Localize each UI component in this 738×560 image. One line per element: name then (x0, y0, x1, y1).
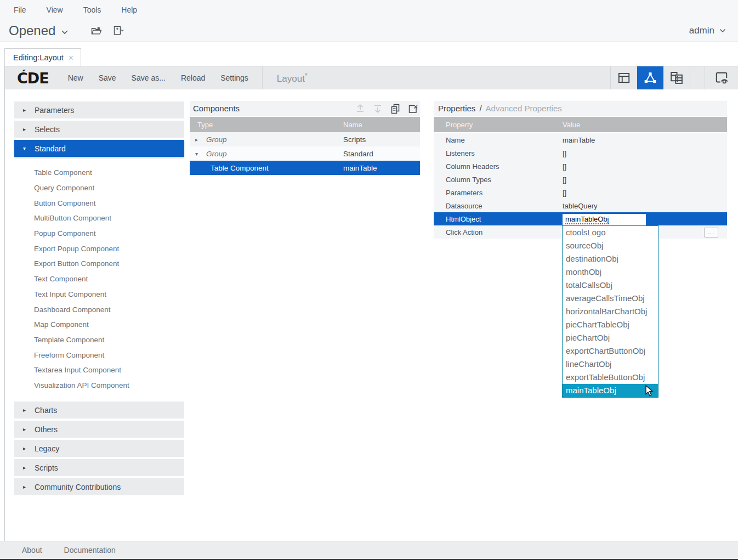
click-action-edit-button[interactable]: ... (704, 228, 718, 237)
sidebar-group-parameters[interactable]: ▸ Parameters (14, 101, 184, 118)
htmlobject-dropdown: ctoolsLogo sourceObj destinationObj mont… (562, 225, 658, 398)
menu-view[interactable]: View (40, 5, 70, 14)
property-row-parameters[interactable]: Parameters [] (434, 186, 727, 199)
palette-item-multibutton-component[interactable]: MultiButton Component (14, 211, 184, 226)
menu-tools[interactable]: Tools (77, 5, 108, 14)
sidebar-group-charts[interactable]: ▸ Charts (14, 401, 184, 418)
sidebar-group-community-contributions[interactable]: ▸ Community Contributions (14, 478, 184, 495)
property-row-column-headers[interactable]: Column Headers [] (434, 160, 727, 173)
settings-button[interactable]: Settings (214, 73, 254, 82)
dropdown-option[interactable]: destinationObj (563, 252, 658, 265)
htmlobject-value-input[interactable]: mainTableObj (563, 214, 646, 225)
expand-icon: ▸ (23, 407, 31, 413)
palette-item-visualization-api-component[interactable]: Visualization API Component (14, 378, 184, 393)
footer: About Documentation (0, 541, 738, 559)
palette-item-freeform-component[interactable]: Freeform Component (14, 347, 184, 363)
documentation-link[interactable]: Documentation (64, 546, 116, 555)
opened-dropdown[interactable]: Opened (9, 23, 69, 38)
delete-button[interactable] (407, 103, 419, 115)
dropdown-option[interactable]: totalCallsObj (563, 279, 658, 292)
properties-panel: Properties / Advanced Properties Propert… (434, 101, 727, 408)
save-button[interactable]: Save (93, 73, 122, 82)
preview-icon (713, 70, 730, 86)
advanced-properties-tab[interactable]: Advanced Properties (486, 104, 562, 113)
sidebar-group-others[interactable]: ▸ Others (14, 421, 184, 438)
expand-icon: ▸ (23, 107, 31, 113)
component-row-maintable-selected[interactable]: Table Component mainTable (190, 161, 420, 175)
palette-item-template-component[interactable]: Template Component (14, 332, 184, 348)
collapse-icon: ▾ (23, 145, 31, 151)
dropdown-option[interactable]: ctoolsLogo (563, 226, 658, 239)
menu-help[interactable]: Help (115, 5, 144, 14)
sidebar-group-scripts[interactable]: ▸ Scripts (14, 459, 184, 476)
datasources-view-button[interactable] (663, 66, 690, 89)
reload-button[interactable]: Reload (175, 73, 211, 82)
new-file-icon (112, 24, 124, 37)
folder-open-icon (90, 25, 103, 37)
expand-icon[interactable]: ▸ (195, 137, 202, 143)
properties-tab[interactable]: Properties (438, 104, 475, 113)
dropdown-option[interactable]: pieChartObj (563, 331, 658, 344)
collapse-icon[interactable]: ▾ (195, 151, 202, 157)
new-file-button[interactable] (112, 25, 124, 37)
palette-item-table-component[interactable]: Table Component (14, 165, 184, 180)
palette-item-button-component[interactable]: Button Component (14, 195, 184, 211)
tab-close-icon[interactable]: ✕ (68, 54, 74, 62)
duplicate-button[interactable] (389, 103, 401, 115)
properties-col-property: Property (446, 121, 473, 129)
tab-editing-layout[interactable]: Editing:Layout ✕ (4, 48, 81, 66)
menubar: File View Tools Help (0, 0, 144, 20)
user-menu[interactable]: admin (689, 20, 726, 42)
move-down-icon (372, 103, 383, 114)
sidebar-group-selects[interactable]: ▸ Selects (14, 121, 184, 138)
dropdown-option[interactable]: pieChartTableObj (563, 318, 658, 331)
cde-toolbar: ĆDE New Save Save as... Reload Settings … (5, 66, 738, 89)
components-view-icon (643, 70, 658, 86)
property-row-listeners[interactable]: Listeners [] (434, 146, 727, 160)
username: admin (689, 25, 714, 36)
layout-view-icon (617, 71, 631, 85)
palette-item-dashboard-component[interactable]: Dashboard Component (14, 302, 184, 317)
palette-item-map-component[interactable]: Map Component (14, 317, 184, 332)
palette-item-text-component[interactable]: Text Component (14, 271, 184, 287)
preview-button[interactable] (705, 66, 738, 89)
move-up-button[interactable] (354, 103, 366, 115)
palette-item-text-input-component[interactable]: Text Input Component (14, 287, 184, 302)
palette-item-query-component[interactable]: Query Component (14, 180, 184, 196)
dropdown-option[interactable]: lineChartObj (563, 358, 658, 371)
property-row-column-types[interactable]: Column Types [] (434, 173, 727, 186)
component-row-group-scripts[interactable]: ▸ Group Scripts (190, 132, 420, 146)
chevron-down-icon (719, 29, 726, 33)
component-row-group-standard[interactable]: ▾ Group Standard (190, 146, 420, 161)
property-row-datasource[interactable]: Datasource tableQuery (434, 199, 727, 212)
components-panel: Components (190, 101, 420, 178)
expand-icon: ▸ (23, 445, 31, 451)
layout-view-button[interactable] (611, 66, 637, 89)
property-row-name[interactable]: Name mainTable (434, 133, 727, 146)
palette-item-textarea-input-component[interactable]: Textarea Input Component (14, 363, 184, 378)
dropdown-option[interactable]: monthObj (563, 265, 658, 279)
dropdown-option[interactable]: sourceObj (563, 239, 658, 252)
palette-item-popup-component[interactable]: Popup Component (14, 226, 184, 241)
components-view-button[interactable] (637, 66, 663, 89)
components-panel-title: Components (193, 104, 240, 113)
save-as-button[interactable]: Save as... (126, 73, 172, 82)
open-file-button[interactable] (90, 25, 103, 37)
palette-item-export-popup-component[interactable]: Export Popup Component (14, 241, 184, 256)
dropdown-option[interactable]: exportChartButtonObj (563, 344, 658, 358)
document-title: Layout* (277, 72, 308, 84)
dropdown-option[interactable]: exportTableButtonObj (563, 371, 658, 384)
tab-bar: Editing:Layout ✕ (0, 42, 738, 66)
new-button[interactable]: New (62, 73, 89, 82)
dropdown-option[interactable]: horizontalBarChartObj (563, 305, 658, 318)
cde-logo: ĆDE (17, 70, 49, 87)
move-down-button[interactable] (372, 103, 384, 115)
menu-file[interactable]: File (7, 5, 33, 14)
palette-item-export-button-component[interactable]: Export Button Component (14, 256, 184, 271)
sidebar-group-standard[interactable]: ▾ Standard (14, 140, 184, 157)
dropdown-option[interactable]: averageCallsTimeObj (563, 292, 658, 305)
mouse-cursor (644, 385, 655, 399)
sidebar-group-legacy[interactable]: ▸ Legacy (14, 440, 184, 457)
top-chrome: File View Tools Help Opened (0, 0, 738, 42)
about-link[interactable]: About (22, 546, 42, 555)
